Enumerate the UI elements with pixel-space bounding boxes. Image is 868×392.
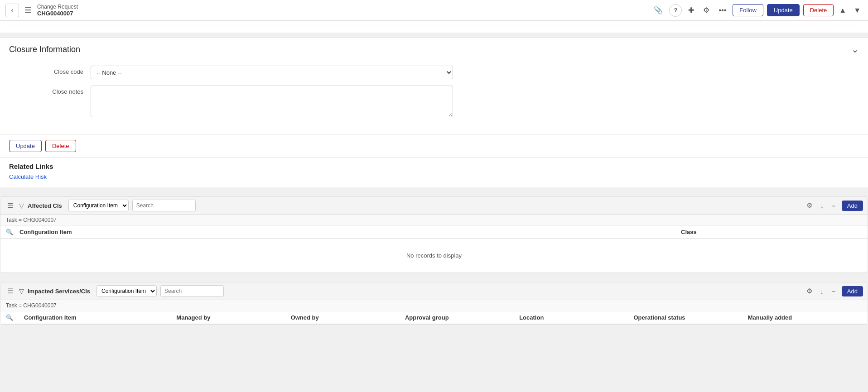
related-links-section: Related Links Calculate Risk bbox=[0, 158, 868, 187]
follow-button[interactable]: Follow bbox=[733, 4, 763, 16]
close-notes-textarea[interactable] bbox=[91, 86, 453, 117]
attachment-icon[interactable]: 📎 bbox=[651, 4, 665, 16]
affected-cis-col-class: Class bbox=[681, 229, 862, 235]
close-notes-label: Close notes bbox=[9, 86, 91, 95]
affected-cis-filter-dropdown[interactable]: Configuration Item bbox=[68, 200, 129, 211]
impacted-services-collapse-icon[interactable]: − bbox=[829, 287, 838, 296]
title-block: Change Request CHG0040007 bbox=[37, 4, 78, 17]
affected-cis-search-input[interactable] bbox=[132, 200, 196, 211]
affected-cis-col-ci: Configuration Item bbox=[19, 229, 681, 235]
impacted-services-section: ☰ ▽ Impacted Services/CIs Configuration … bbox=[0, 282, 868, 325]
closure-information-section: Closure Information ⌄ Close code -- None… bbox=[0, 37, 868, 134]
close-notes-control bbox=[91, 86, 453, 119]
collapse-closure-button[interactable]: ⌄ bbox=[851, 44, 859, 55]
impacted-services-search-input[interactable] bbox=[160, 285, 224, 297]
delete-button-top[interactable]: Delete bbox=[803, 4, 834, 16]
close-notes-row: Close notes bbox=[9, 86, 859, 119]
affected-cis-download-icon[interactable]: ↓ bbox=[818, 201, 826, 210]
affected-cis-search-col-icon: 🔍 bbox=[6, 229, 19, 235]
impacted-services-col-headers: 🔍 Configuration Item Managed by Owned by… bbox=[0, 311, 868, 324]
hamburger-button[interactable]: ☰ bbox=[23, 4, 34, 17]
help-icon[interactable]: ? bbox=[669, 4, 682, 17]
affected-cis-header: ☰ ▽ Affected CIs Configuration Item ⚙ ↓ … bbox=[0, 197, 868, 215]
impacted-services-filter-icon: ▽ bbox=[19, 287, 24, 295]
affected-cis-col-headers: 🔍 Configuration Item Class bbox=[0, 226, 868, 239]
related-links-title: Related Links bbox=[9, 163, 859, 170]
impacted-services-header: ☰ ▽ Impacted Services/CIs Configuration … bbox=[0, 282, 868, 300]
impacted-services-title: Impacted Services/CIs bbox=[28, 288, 90, 295]
update-button-top[interactable]: Update bbox=[767, 4, 800, 16]
affected-cis-filter-icon: ▽ bbox=[19, 202, 24, 209]
impacted-services-filter-dropdown[interactable]: Configuration Item bbox=[96, 285, 157, 297]
prev-record-button[interactable]: ▲ bbox=[837, 5, 848, 16]
impacted-col-location: Location bbox=[519, 314, 633, 321]
impacted-col-owned-by: Owned by bbox=[291, 314, 405, 321]
impacted-col-operational-status: Operational status bbox=[633, 314, 747, 321]
closure-form-body: Close code -- None -- Close notes bbox=[0, 61, 868, 134]
settings-icon[interactable]: ⚙ bbox=[700, 4, 712, 16]
record-type-label: Change Request bbox=[37, 4, 78, 10]
impacted-services-settings-icon[interactable]: ⚙ bbox=[804, 286, 815, 296]
impacted-services-filter-row: Task = CHG0040007 bbox=[0, 300, 868, 311]
update-button-bottom[interactable]: Update bbox=[9, 140, 42, 152]
section-title-closure: Closure Information bbox=[9, 45, 80, 54]
impacted-services-hamburger-icon[interactable]: ☰ bbox=[5, 286, 15, 296]
affected-cis-hamburger-icon[interactable]: ☰ bbox=[5, 201, 15, 210]
top-bar-right: 📎 ? ✚ ⚙ ••• Follow Update Delete ▲ ▼ bbox=[651, 4, 863, 17]
impacted-search-icon: 🔍 bbox=[6, 314, 13, 321]
add-icon[interactable]: ✚ bbox=[685, 4, 697, 16]
scrolled-form-top bbox=[0, 21, 868, 33]
affected-cis-empty-message: No records to display bbox=[0, 239, 868, 272]
affected-cis-title: Affected CIs bbox=[28, 202, 62, 209]
calculate-risk-link[interactable]: Calculate Risk bbox=[9, 173, 47, 180]
delete-button-bottom[interactable]: Delete bbox=[45, 140, 76, 152]
search-icon-small: 🔍 bbox=[6, 229, 13, 235]
close-code-label: Close code bbox=[9, 66, 91, 75]
impacted-col-managed-by: Managed by bbox=[176, 314, 290, 321]
close-code-control: -- None -- bbox=[91, 66, 453, 79]
close-code-row: Close code -- None -- bbox=[9, 66, 859, 79]
next-record-button[interactable]: ▼ bbox=[852, 5, 863, 16]
affected-cis-settings-icon[interactable]: ⚙ bbox=[804, 201, 815, 210]
impacted-services-download-icon[interactable]: ↓ bbox=[818, 287, 826, 296]
more-icon[interactable]: ••• bbox=[716, 5, 729, 16]
affected-cis-section: ☰ ▽ Affected CIs Configuration Item ⚙ ↓ … bbox=[0, 196, 868, 273]
impacted-col-ci: Configuration Item bbox=[24, 314, 176, 321]
section-header-closure: Closure Information ⌄ bbox=[0, 37, 868, 61]
close-code-select[interactable]: -- None -- bbox=[91, 66, 453, 79]
affected-cis-filter-row: Task = CHG0040007 bbox=[0, 215, 868, 226]
affected-cis-add-button[interactable]: Add bbox=[842, 201, 863, 211]
top-bar-left: ‹ ☰ Change Request CHG0040007 bbox=[5, 4, 651, 17]
top-bar: ‹ ☰ Change Request CHG0040007 📎 ? ✚ ⚙ ••… bbox=[0, 0, 868, 21]
impacted-search-col-icon: 🔍 bbox=[6, 314, 24, 321]
impacted-col-approval-group: Approval group bbox=[405, 314, 519, 321]
impacted-col-manually-added: Manually added bbox=[748, 314, 862, 321]
impacted-services-add-button[interactable]: Add bbox=[842, 286, 863, 296]
back-button[interactable]: ‹ bbox=[5, 4, 19, 17]
affected-cis-collapse-icon[interactable]: − bbox=[829, 201, 838, 210]
record-id-label: CHG0040007 bbox=[37, 10, 78, 17]
bottom-actions: Update Delete bbox=[0, 134, 868, 158]
